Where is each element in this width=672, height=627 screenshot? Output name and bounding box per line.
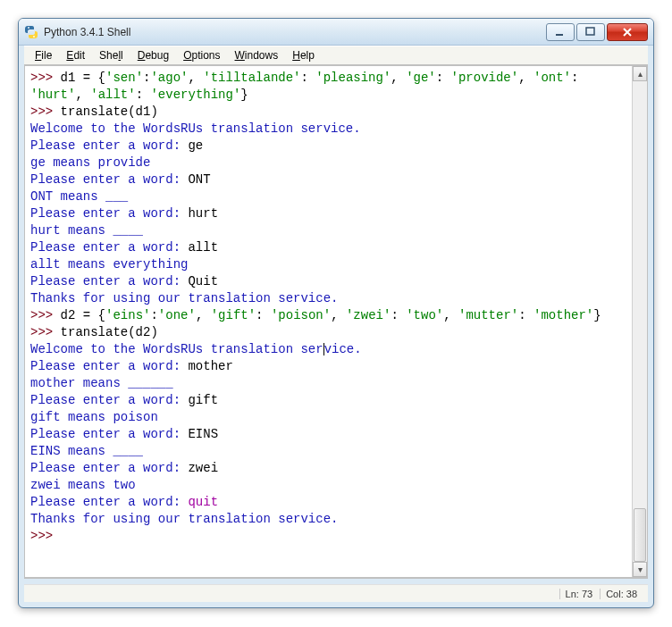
content-wrap: >>> d1 = {'sen':'ago', 'tilltalande': 'p… — [24, 65, 648, 579]
vertical-scrollbar[interactable]: ▴ ▾ — [632, 66, 647, 577]
window-controls — [546, 23, 648, 41]
svg-rect-2 — [556, 34, 563, 36]
menubar: File Edit Shell Debug Options Windows He… — [24, 46, 648, 65]
svg-point-0 — [28, 27, 29, 29]
python-icon — [24, 25, 38, 39]
menu-shell[interactable]: Shell — [92, 47, 130, 63]
scroll-up-button[interactable]: ▴ — [633, 66, 647, 81]
close-button[interactable] — [607, 23, 648, 41]
editor-area: >>> d1 = {'sen':'ago', 'tilltalande': 'p… — [24, 65, 648, 578]
minimize-button[interactable] — [546, 23, 575, 41]
scroll-down-button[interactable]: ▾ — [633, 562, 647, 577]
close-icon — [621, 27, 634, 38]
statusbar: Ln: 73 Col: 38 — [24, 584, 648, 602]
maximize-icon — [585, 27, 596, 38]
scroll-track[interactable] — [633, 81, 647, 562]
menu-help[interactable]: Help — [285, 47, 322, 63]
scroll-thumb[interactable] — [634, 508, 646, 562]
menu-edit[interactable]: Edit — [59, 47, 92, 63]
minimize-icon — [555, 27, 566, 38]
status-line: Ln: 73 — [559, 589, 599, 599]
app-window: Python 3.4.1 Shell File Edit Shell Debug… — [18, 18, 654, 608]
svg-point-1 — [33, 36, 35, 38]
titlebar[interactable]: Python 3.4.1 Shell — [19, 19, 653, 46]
menu-windows[interactable]: Windows — [228, 47, 286, 63]
menu-options[interactable]: Options — [176, 47, 227, 63]
status-col: Col: 38 — [600, 589, 643, 599]
window-title: Python 3.4.1 Shell — [44, 26, 546, 38]
shell-text[interactable]: >>> d1 = {'sen':'ago', 'tilltalande': 'p… — [25, 66, 632, 577]
menu-file[interactable]: File — [28, 47, 59, 63]
svg-rect-3 — [586, 28, 594, 35]
maximize-button[interactable] — [576, 23, 605, 41]
menu-debug[interactable]: Debug — [130, 47, 176, 63]
